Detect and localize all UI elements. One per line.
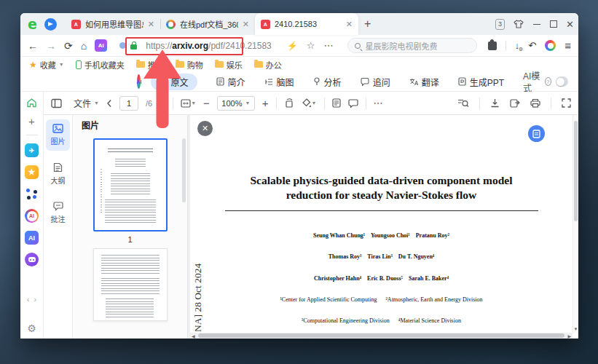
horizontal-scrollbar[interactable]: ◀ ▶ [190, 333, 573, 339]
dock-nav: ‹ › [27, 295, 36, 304]
restore-undo-icon[interactable]: ↶ [528, 40, 536, 51]
ppt-icon [458, 77, 466, 86]
quick-access-lightning-icon[interactable]: ⚡ [287, 41, 298, 51]
arxiv-side-stamp: h.NA] 28 Oct 2024 [192, 237, 204, 339]
more-actions-icon[interactable]: ⋯ [323, 40, 334, 51]
home-icon[interactable] [26, 98, 37, 108]
app-ai-robot-icon[interactable] [25, 253, 39, 266]
scroll-left-arrow-icon[interactable]: ◀ [190, 333, 197, 339]
fullscreen-icon[interactable] [562, 98, 571, 108]
bookmark-label: 娱乐 [227, 59, 243, 71]
page-number-input[interactable]: 1 [119, 96, 138, 111]
tab-arxiv-pdf-active[interactable]: A 2410.21583 ✕ [255, 13, 358, 35]
tab-360-search[interactable]: 在线pdf文档_360搜索 ✕ [160, 13, 255, 35]
tab-translate[interactable]: 翻译 [409, 76, 439, 88]
360-wheel-icon[interactable] [545, 40, 556, 51]
zoom-out-button[interactable]: − [203, 97, 210, 109]
vertical-scrollbar-thumb[interactable] [574, 121, 578, 221]
comment-icon[interactable] [348, 99, 358, 108]
tab-count-badge[interactable]: 3 [495, 19, 505, 30]
sidebar-toggle-icon[interactable] [51, 98, 62, 108]
tab-close-icon[interactable]: ✕ [243, 20, 249, 28]
ai-mode-toggle[interactable] [556, 76, 569, 87]
search-box[interactable]: 星辰影院电视剧免费 [347, 38, 477, 53]
add-app-button[interactable]: + [28, 116, 35, 127]
menu-hamburger-icon[interactable]: ≡ [564, 39, 571, 52]
horizontal-scrollbar-thumb[interactable] [198, 333, 565, 338]
extensions-icon[interactable] [488, 41, 497, 50]
maximize-button[interactable] [550, 20, 557, 28]
send-rocket-icon[interactable] [44, 18, 57, 31]
minimize-button[interactable] [532, 20, 541, 28]
zoom-level-select[interactable]: 100%▼ [217, 96, 255, 111]
home-icon[interactable]: ⌂ [81, 41, 87, 51]
scroll-down-arrow-icon[interactable]: ▼ [573, 327, 578, 331]
rotate-page-icon[interactable] [284, 98, 294, 108]
help-question-icon[interactable]: ? [545, 77, 551, 86]
ai-assistant-icon[interactable]: AI [95, 39, 107, 52]
floating-ai-button[interactable] [528, 125, 545, 142]
panel-tab-annotations[interactable]: 批注 [46, 197, 70, 229]
bookmark-label: 办公 [266, 59, 282, 71]
close-overlay-button[interactable]: ✕ [197, 121, 213, 136]
theme-shirt-icon[interactable] [514, 20, 524, 28]
browser-360-logo-icon[interactable]: e [28, 17, 37, 31]
app-docs-icon[interactable]: ✈ [25, 143, 39, 157]
favorites-star-icon: ★ [29, 60, 37, 70]
downloads-icon[interactable]: ↓ [515, 40, 520, 51]
favorites-menu[interactable]: ★ 收藏 ▼ [29, 59, 64, 71]
panel-scrollbar[interactable] [182, 138, 186, 202]
tab-title: 如何用思维导图总结知识点.pdf [85, 18, 143, 30]
new-tab-button[interactable]: + [364, 17, 371, 31]
panel-tab-images[interactable]: 图片 [46, 119, 70, 151]
tab-mindmap[interactable]: 脑图 [264, 76, 294, 88]
tab-generate-ppt[interactable]: 生成PPT [458, 76, 504, 88]
app-ai-network-icon[interactable] [25, 187, 39, 201]
page-thumbnail-1[interactable] [93, 138, 168, 232]
mindmap-icon [264, 78, 273, 86]
tab-mindmap-pdf[interactable]: A 如何用思维导图总结知识点.pdf ✕ [66, 13, 160, 35]
tab-close-icon[interactable]: ✕ [346, 20, 353, 28]
vertical-scrollbar[interactable]: ▼ [573, 115, 578, 333]
bookmark-folder-entertainment[interactable]: 娱乐 [215, 59, 243, 71]
tab-follow-up[interactable]: 追问 [361, 76, 390, 88]
app-ai-chat-icon[interactable]: AI [25, 209, 39, 223]
tab-analysis[interactable]: 分析 [313, 76, 342, 88]
dock-forward-icon[interactable]: › [34, 295, 37, 304]
zoom-in-button[interactable]: + [262, 97, 269, 109]
print-icon[interactable] [530, 98, 540, 108]
prev-page-icon[interactable] [106, 99, 112, 108]
scroll-right-arrow-icon[interactable]: ▶ [566, 333, 573, 339]
phone-icon [76, 60, 82, 69]
fit-page-menu[interactable]: ▼ [181, 99, 196, 108]
reload-icon[interactable]: ⟳ [64, 41, 73, 51]
bookmark-star-icon[interactable]: ☆ [307, 40, 315, 51]
search-document-icon[interactable] [457, 98, 469, 108]
panel-tab-outline[interactable]: 大纲 [46, 158, 70, 190]
bookmark-mobile-favorites[interactable]: 手机收藏夹 [76, 59, 125, 71]
doc-translate-icon [532, 130, 540, 138]
dock-back-icon[interactable]: ‹ [27, 295, 30, 304]
settings-gear-icon[interactable]: ⚙ [27, 323, 36, 334]
file-menu[interactable]: 文件▼ [74, 97, 99, 109]
tab-close-icon[interactable]: ✕ [148, 20, 154, 28]
download-icon[interactable] [490, 98, 500, 108]
page-action-icons: ⚡ ☆ ⋯ [287, 40, 334, 51]
app-ai-writer-icon[interactable]: AI [25, 231, 39, 245]
back-icon[interactable]: ← [28, 41, 38, 51]
thumbnail-panel: 图片 1 [73, 115, 188, 339]
doc-ai-toolbar: AI 原文 简介 脑图 分析 追问 翻译 [20, 72, 578, 92]
app-favorites-icon[interactable]: ★ [25, 165, 39, 179]
tab-label: 翻译 [422, 76, 439, 88]
notes-icon[interactable] [332, 98, 341, 108]
page-thumbnail-2[interactable] [93, 248, 168, 321]
ai-doc-logo-icon[interactable]: AI [137, 74, 141, 89]
tab-summary[interactable]: 简介 [216, 76, 245, 88]
close-window-button[interactable]: ✕ [566, 20, 574, 29]
bookmark-folder-office[interactable]: 办公 [254, 59, 282, 71]
more-tools-icon[interactable]: ⋯ [374, 98, 384, 108]
export-icon[interactable] [510, 98, 520, 108]
highlight-fill-icon[interactable]: ▼ [302, 98, 317, 108]
search-icon [355, 43, 361, 49]
forward-icon[interactable]: → [46, 41, 56, 51]
